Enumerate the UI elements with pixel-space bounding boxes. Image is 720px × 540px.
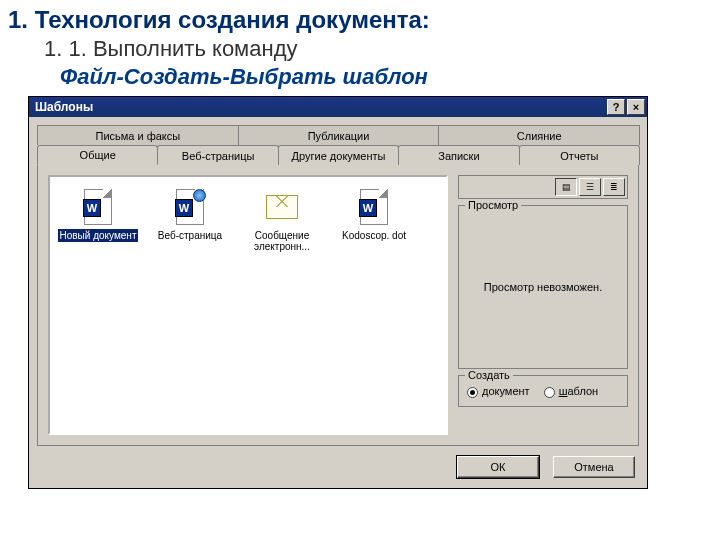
dialog-title: Шаблоны bbox=[35, 100, 605, 114]
command-path: Файл-Создать-Выбрать шаблон bbox=[60, 64, 712, 90]
create-legend: Создать bbox=[465, 369, 513, 381]
templates-dialog: Шаблоны ? × Письма и факсы Публикации Сл… bbox=[28, 96, 648, 489]
tab-panel: W Новый документ W Веб-страница Сообщени… bbox=[37, 165, 639, 446]
preview-legend: Просмотр bbox=[465, 199, 521, 211]
tab-merge[interactable]: Слияние bbox=[438, 125, 640, 145]
help-button[interactable]: ? bbox=[607, 99, 625, 115]
dialog-buttons: ОК Отмена bbox=[29, 446, 647, 488]
view-large-icons-button[interactable]: ▤ bbox=[555, 178, 577, 196]
list-item[interactable]: W Веб-страница bbox=[148, 187, 232, 252]
radio-template[interactable]: шаблон bbox=[544, 385, 599, 398]
preview-group: Просмотр Просмотр невозможен. bbox=[458, 205, 628, 369]
subheading-text: Выполнить команду bbox=[93, 36, 298, 61]
tab-publications[interactable]: Публикации bbox=[238, 125, 440, 145]
tab-webpages[interactable]: Веб-страницы bbox=[157, 145, 278, 165]
view-toolbar: ▤ ☰ ≣ bbox=[458, 175, 628, 199]
dialog-titlebar[interactable]: Шаблоны ? × bbox=[29, 97, 647, 117]
radio-icon bbox=[467, 387, 478, 398]
cancel-button[interactable]: Отмена bbox=[553, 456, 635, 478]
template-list[interactable]: W Новый документ W Веб-страница Сообщени… bbox=[48, 175, 448, 435]
tab-notes[interactable]: Записки bbox=[398, 145, 519, 165]
page-title: 1. Технология создания документа: bbox=[8, 6, 712, 34]
tab-reports[interactable]: Отчеты bbox=[519, 145, 640, 165]
close-button[interactable]: × bbox=[627, 99, 645, 115]
item-label: Веб-страница bbox=[158, 230, 222, 241]
webpage-icon: W bbox=[172, 187, 208, 227]
item-label: Сообщение электронн... bbox=[254, 230, 310, 252]
create-group: Создать документ шаблон bbox=[458, 375, 628, 407]
subheading: 1. 1. Выполнить команду bbox=[44, 36, 712, 62]
radio-document[interactable]: документ bbox=[467, 385, 530, 398]
mail-icon bbox=[264, 187, 300, 227]
subheading-number: 1. 1. bbox=[44, 36, 87, 61]
item-label: Kodoscop. dot bbox=[342, 230, 406, 241]
preview-area: Просмотр невозможен. bbox=[465, 212, 621, 362]
list-item[interactable]: Сообщение электронн... bbox=[240, 187, 324, 252]
document-icon: W bbox=[80, 187, 116, 227]
list-item[interactable]: W Kodoscop. dot bbox=[332, 187, 416, 252]
view-details-button[interactable]: ≣ bbox=[603, 178, 625, 196]
tab-letters-faxes[interactable]: Письма и факсы bbox=[37, 125, 239, 145]
ok-button[interactable]: ОК bbox=[457, 456, 539, 478]
item-label: Новый документ bbox=[58, 229, 139, 242]
tab-other-docs[interactable]: Другие документы bbox=[278, 145, 399, 165]
document-icon: W bbox=[356, 187, 392, 227]
radio-icon bbox=[544, 387, 555, 398]
view-list-button[interactable]: ☰ bbox=[579, 178, 601, 196]
tab-general[interactable]: Общие bbox=[37, 145, 158, 165]
list-item[interactable]: W Новый документ bbox=[56, 187, 140, 252]
